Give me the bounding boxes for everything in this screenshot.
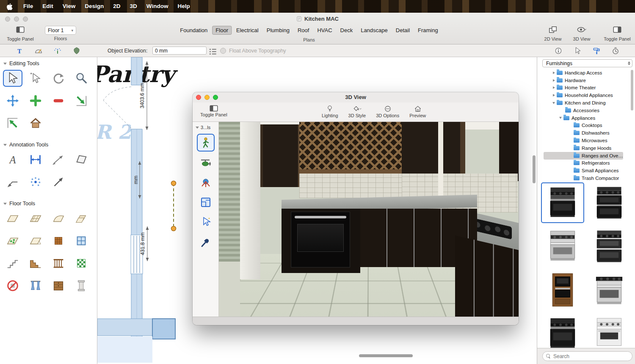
tree-item-hardware[interactable]: Hardware <box>544 77 623 84</box>
tree-item-range-hoods[interactable]: Range Hoods <box>544 144 623 152</box>
thumbnail-range-black-freestanding-2[interactable] <box>541 313 584 348</box>
tab-electrical[interactable]: Electrical <box>233 26 262 35</box>
railing-tool[interactable] <box>49 255 68 272</box>
walk-through-tool[interactable] <box>197 134 215 152</box>
tree-item-refrigerators[interactable]: Refrigerators <box>544 160 623 167</box>
tab-framing[interactable]: Framing <box>414 26 442 35</box>
library-category-select[interactable]: Furnishings <box>542 59 632 67</box>
brick-floor-tool[interactable] <box>49 232 68 249</box>
tree-item-handicap-access[interactable]: Handicap Access <box>544 69 623 77</box>
object-elevation-input[interactable] <box>152 47 207 55</box>
tab-plumbing[interactable]: Plumbing <box>263 26 293 35</box>
plan-overview-tool[interactable] <box>197 193 215 211</box>
tab-roof[interactable]: Roof <box>294 26 312 35</box>
lighting-button[interactable]: Lighting <box>322 105 338 118</box>
3d-options-button[interactable]: 3D Options <box>376 105 399 118</box>
float-above-topography-checkbox[interactable] <box>220 48 226 54</box>
sprinkler-tool-icon[interactable] <box>53 46 62 55</box>
menu-edit[interactable]: Edit <box>38 0 58 13</box>
menu-window[interactable]: Window <box>142 0 173 13</box>
stairs-tool[interactable] <box>3 255 22 272</box>
select-pointer-icon[interactable] <box>573 46 582 55</box>
tree-scrollbar[interactable] <box>631 70 633 110</box>
menu-2d[interactable]: 2D <box>108 0 125 13</box>
menu-help[interactable]: Help <box>173 0 194 13</box>
tree-item-small-appliances[interactable]: Small Appliances <box>544 167 623 174</box>
bottom-walls[interactable] <box>97 319 175 363</box>
leader-line-tool[interactable] <box>49 151 68 168</box>
view-2d-button[interactable]: 2D View <box>538 26 568 41</box>
dimension-tool[interactable] <box>26 151 45 168</box>
select-3d-tool[interactable] <box>197 213 215 231</box>
tree-item-microwaves[interactable]: Microwaves <box>544 137 623 144</box>
close-button[interactable] <box>196 95 201 100</box>
floor-plane-tool[interactable] <box>3 210 22 227</box>
floor-grid-tool[interactable] <box>26 210 45 227</box>
rotate-tool[interactable] <box>49 70 68 87</box>
floor-selector[interactable]: Floor 1 ▾ <box>45 26 76 35</box>
shield-tool-icon[interactable] <box>72 46 81 55</box>
thumbnail-range-stainless-slide-in[interactable] <box>588 270 631 310</box>
import-tool[interactable] <box>72 92 91 109</box>
object-info-icon[interactable] <box>554 46 563 55</box>
view-3d-button[interactable]: 3D View <box>566 26 597 41</box>
stairs-solid-tool[interactable] <box>26 255 45 272</box>
curved-floor-tool[interactable] <box>49 210 68 227</box>
column-tool[interactable] <box>72 277 91 294</box>
floor-sheets-tool[interactable] <box>72 210 91 227</box>
text-tool-icon[interactable]: T <box>15 46 24 55</box>
zoom-tool[interactable] <box>72 70 91 87</box>
callout-arrow-tool[interactable] <box>3 174 22 190</box>
protractor-tool-icon[interactable] <box>34 46 43 55</box>
tree-item-trash-compactor[interactable]: Trash Compactor <box>544 174 623 182</box>
tab-deck[interactable]: Deck <box>337 26 356 35</box>
menu-3d[interactable]: 3D <box>125 0 142 13</box>
thumbnail-range-stainless-freestanding[interactable] <box>541 226 584 267</box>
thumbnail-range-black-double-oven[interactable] <box>588 182 631 223</box>
tree-item-kitchen-and-dining[interactable]: Kitchen and Dining <box>544 99 623 107</box>
eyedropper-tool[interactable] <box>197 233 215 251</box>
tree-item-dishwashers[interactable]: Dishwashers <box>544 129 623 137</box>
arrow-tool[interactable] <box>49 174 68 190</box>
preview-button[interactable]: Preview <box>409 105 426 118</box>
3d-window-titlebar[interactable]: 3D View <box>193 92 519 102</box>
fly-over-tool[interactable] <box>197 154 215 171</box>
add-tool[interactable] <box>26 92 45 109</box>
curtains-tool[interactable] <box>26 277 45 294</box>
tree-item-ranges-and-ovens[interactable]: Ranges and Ove… <box>544 152 623 160</box>
window-floor-tool[interactable] <box>72 232 91 249</box>
tab-landscape[interactable]: Landscape <box>357 26 391 35</box>
horizontal-scrollbar[interactable] <box>359 354 413 357</box>
landscape-floor-tool[interactable] <box>3 232 22 249</box>
toggle-panel-right-button[interactable]: Toggle Panel <box>602 26 632 41</box>
section-editing-tools[interactable]: Editing Tools <box>0 57 97 67</box>
tree-item-accessories[interactable]: Accessories <box>544 107 623 114</box>
delete-ornament-tool[interactable] <box>3 277 22 294</box>
library-search-box[interactable] <box>542 351 632 361</box>
folded-floor-tool[interactable] <box>26 232 45 249</box>
select-similar-tool[interactable] <box>26 70 45 87</box>
door-opening[interactable] <box>103 85 143 129</box>
tab-detail[interactable]: Detail <box>392 26 413 35</box>
list-icon[interactable] <box>208 47 218 56</box>
tab-floor[interactable]: Floor <box>212 26 232 35</box>
orbit-camera-tool[interactable] <box>197 174 215 191</box>
thumbnail-wall-oven-wood-cabinet[interactable] <box>541 270 584 310</box>
thumbnail-range-white-freestanding[interactable] <box>588 313 631 348</box>
remove-tool[interactable] <box>49 92 68 109</box>
section-floor-tools[interactable]: Floor Tools <box>0 197 97 207</box>
export-tool[interactable] <box>3 115 22 132</box>
tree-item-cooktops[interactable]: Cooktops <box>544 122 623 130</box>
library-search-input[interactable] <box>553 353 629 359</box>
3d-toggle-panel-button[interactable]: Toggle Panel <box>200 105 227 117</box>
house-tool[interactable] <box>26 115 45 132</box>
library-roller-icon[interactable] <box>592 46 601 55</box>
3d-view-window[interactable]: 3D View Toggle Panel Lighting 3D Style 3… <box>193 92 519 325</box>
3d-render-viewport[interactable] <box>219 122 519 317</box>
polygon-annotation-tool[interactable] <box>72 151 91 168</box>
section-annotation-tools[interactable]: Annotation Tools <box>0 138 97 149</box>
tab-foundation[interactable]: Foundation <box>177 26 211 35</box>
sprinkler-spray-tool[interactable] <box>26 174 45 190</box>
tree-item-appliances[interactable]: Appliances <box>544 114 623 122</box>
menu-view[interactable]: View <box>58 0 80 13</box>
